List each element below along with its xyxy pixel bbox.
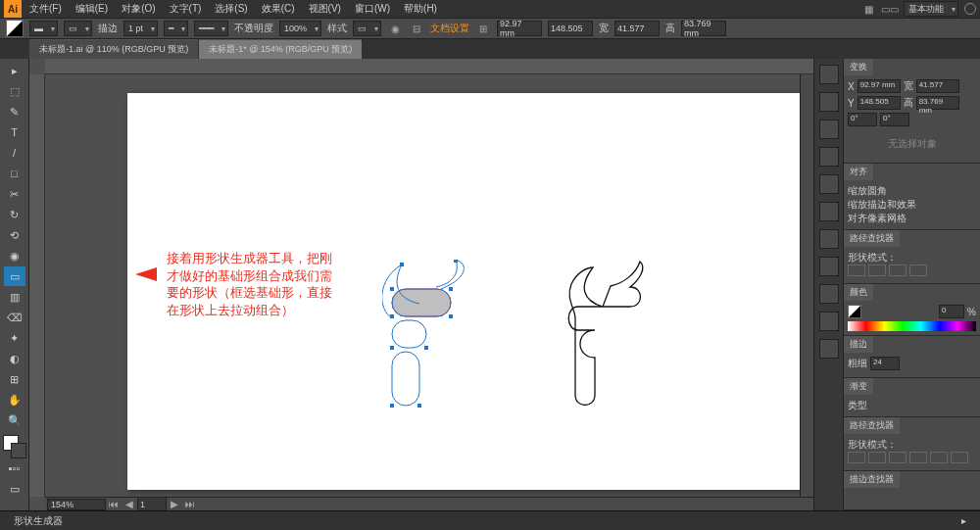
pf-6-icon[interactable] [951, 452, 968, 463]
ruler-vertical[interactable] [29, 74, 45, 497]
pf-5-icon[interactable] [930, 452, 948, 463]
exclude-icon[interactable] [909, 265, 927, 276]
selection-tool[interactable]: ▸ [4, 61, 25, 80]
width-tool[interactable]: ◉ [4, 246, 25, 265]
transform-tab[interactable]: 变换 [844, 59, 873, 75]
pathfinder-tab[interactable]: 路径查找器 [844, 230, 900, 247]
unite-icon[interactable] [848, 265, 865, 276]
artboard-nav-prev-icon[interactable]: ◀ [122, 497, 137, 511]
dock-icon-5[interactable] [819, 174, 839, 194]
perspective-tool[interactable]: ▥ [4, 287, 25, 307]
bridge-icon[interactable]: ▦ [860, 1, 876, 17]
pf-1-icon[interactable] [848, 452, 865, 463]
color-swatch-icon[interactable] [848, 305, 861, 318]
angle[interactable]: 0° [848, 113, 877, 126]
artboard-nav-next-icon[interactable]: ▶ [167, 497, 182, 511]
line-tool[interactable]: / [4, 143, 25, 163]
dock-icon-7[interactable] [819, 229, 839, 249]
var-width-profile[interactable]: ━ [164, 21, 188, 36]
fill-stroke-colors[interactable] [3, 435, 26, 458]
fill-stroke-swatch[interactable] [6, 20, 24, 37]
menu-window[interactable]: 窗口(W) [349, 0, 396, 18]
fill-dropdown[interactable]: ▬ [29, 21, 58, 36]
scale-opt-1[interactable]: 缩放圆角 [848, 184, 976, 198]
canvas-area[interactable]: 接着用形状生成器工具，把刚才做好的基础形组合成我们需要的形状（框选基础形，直接在… [29, 59, 813, 510]
tx[interactable]: 92.97 mm [858, 79, 901, 93]
k-value[interactable]: 0 [939, 305, 964, 318]
dock-icon-4[interactable] [819, 147, 839, 167]
scrollbar-horizontal[interactable]: 154% ⏮ ◀ 1 ▶ ⏭ [45, 497, 813, 510]
w-field[interactable]: 41.577 [614, 21, 660, 36]
symbol-sprayer-tool[interactable]: ⊞ [4, 369, 25, 389]
search-icon[interactable] [964, 3, 976, 15]
dock-icon-2[interactable] [819, 92, 839, 112]
shear[interactable]: 0° [880, 113, 909, 126]
y-field[interactable]: 148.505 [548, 21, 593, 36]
menu-help[interactable]: 帮助(H) [398, 0, 443, 18]
doc-tab-1[interactable]: 未标题-1.ai @ 110% (RGB/GPU 预览) [29, 39, 198, 59]
color-mode-row[interactable]: ▪▫▫ [4, 458, 25, 478]
doc-tab-2[interactable]: 未标题-1* @ 154% (RGB/GPU 预览) [199, 39, 362, 59]
layers-tab[interactable]: 描边查找器 [844, 471, 900, 488]
pf-2-icon[interactable] [868, 452, 886, 463]
gradient-tool[interactable]: ✦ [4, 328, 25, 348]
eyedropper-tool[interactable]: ◐ [4, 349, 25, 368]
rotate-tool[interactable]: ↻ [4, 205, 25, 224]
minus-front-icon[interactable] [868, 265, 886, 276]
ty[interactable]: 148.505 [858, 96, 901, 110]
intersect-icon[interactable] [889, 265, 906, 276]
artboard-number[interactable]: 1 [137, 497, 167, 511]
stroke-dropdown[interactable]: ▭ [64, 21, 92, 36]
zoom-tool[interactable]: 🔍 [4, 410, 25, 430]
pf-4-icon[interactable] [909, 452, 927, 463]
pf-3-icon[interactable] [889, 452, 906, 463]
zoom-level[interactable]: 154% [47, 499, 106, 510]
dock-icon-1[interactable] [819, 65, 839, 84]
menu-type[interactable]: 文字(T) [164, 0, 208, 18]
scale-opt-3[interactable]: 对齐像素网格 [848, 212, 976, 225]
artwork-shape-result[interactable] [564, 260, 671, 416]
stroke-weight-value[interactable]: 24 [870, 357, 900, 370]
menu-edit[interactable]: 编辑(E) [70, 0, 114, 18]
scissors-tool[interactable]: ✂ [4, 184, 25, 204]
type-tool[interactable]: T [4, 122, 25, 142]
workspace-switcher[interactable]: 基本功能 [904, 1, 958, 17]
dock-icon-10[interactable] [819, 312, 839, 331]
align-icon[interactable]: ⊟ [409, 21, 424, 36]
mesh-tool[interactable]: ⌫ [4, 308, 25, 327]
screen-mode[interactable]: ▭ [4, 479, 25, 499]
menu-view[interactable]: 视图(V) [303, 0, 347, 18]
h-field[interactable]: 83.769 mm [681, 21, 726, 36]
stroke-weight[interactable]: 1 pt [123, 21, 158, 36]
opacity-value[interactable]: 100% [279, 21, 321, 36]
direct-selection-tool[interactable]: ⬚ [4, 81, 25, 101]
graphic-style[interactable]: ▭ [353, 21, 381, 36]
dock-icon-11[interactable] [819, 339, 839, 359]
artboard-nav-first-icon[interactable]: ⏮ [106, 497, 122, 511]
dock-icon-8[interactable] [819, 257, 839, 276]
doc-setup-link[interactable]: 文档设置 [430, 22, 469, 35]
rectangle-tool[interactable]: □ [4, 164, 25, 183]
scale-opt-2[interactable]: 缩放描边和效果 [848, 198, 976, 212]
pen-tool[interactable]: ✎ [4, 102, 25, 121]
x-field[interactable]: 92.97 mm [497, 21, 542, 36]
menu-object[interactable]: 对象(O) [116, 0, 161, 18]
align-tab[interactable]: 对齐 [844, 164, 873, 180]
gradient-tab[interactable]: 渐变 [844, 378, 873, 395]
anchor-icon[interactable]: ⊞ [475, 21, 491, 36]
brush-def[interactable]: ━━━ [194, 21, 228, 36]
hand-tool[interactable]: ✋ [4, 390, 25, 410]
arrange-icon[interactable]: ▭▭ [882, 1, 898, 17]
dock-icon-6[interactable] [819, 202, 839, 221]
scale-tool[interactable]: ⟲ [4, 225, 25, 245]
artboard[interactable]: 接着用形状生成器工具，把刚才做好的基础形组合成我们需要的形状（框选基础形，直接在… [127, 93, 813, 490]
dock-icon-9[interactable] [819, 284, 839, 304]
color-spectrum[interactable] [848, 321, 976, 331]
dock-icon-3[interactable] [819, 120, 839, 139]
ruler-horizontal[interactable] [45, 59, 813, 74]
menu-file[interactable]: 文件(F) [24, 0, 68, 18]
artwork-shape-editing[interactable] [382, 260, 500, 416]
scrollbar-vertical[interactable] [800, 74, 813, 497]
menu-select[interactable]: 选择(S) [209, 0, 253, 18]
recolor-icon[interactable]: ◉ [387, 21, 403, 36]
